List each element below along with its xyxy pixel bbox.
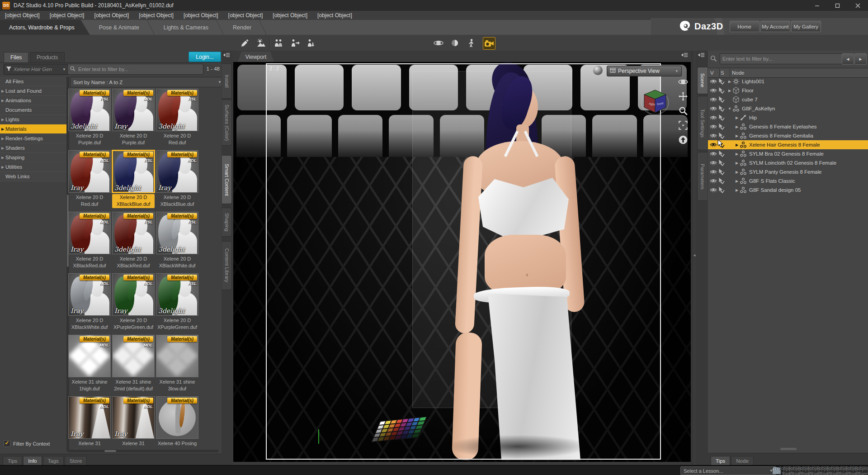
selectable-cursor-icon[interactable] (718, 160, 725, 166)
orbit-camera-icon[interactable] (678, 77, 688, 88)
sort-dropdown[interactable]: Sort by Name : A to Z ▼ (70, 77, 222, 87)
visibility-eye-icon[interactable] (710, 142, 717, 147)
viewport-tab[interactable]: Viewport (238, 52, 274, 62)
viewport-canvas[interactable]: 2 : 2 Perspective View ▼ right front (233, 62, 691, 462)
expand-arrow-icon[interactable]: ▶ (0, 156, 5, 160)
dock-tab[interactable]: Scene (697, 67, 708, 94)
activity-tab[interactable]: Pose & Animate (90, 20, 155, 35)
menu-item[interactable]: [object Object] (89, 12, 134, 19)
expand-arrow-icon[interactable]: ▶ (734, 134, 740, 138)
expand-arrow-icon[interactable]: ▶ (727, 89, 732, 93)
material-thumbnail[interactable]: Material(s) MDL Iray Xelene 20 D XBlackW… (68, 273, 111, 335)
activity-tab[interactable]: Render (224, 20, 267, 35)
material-thumbnail[interactable]: Material(s) MDL Iray Xelene 20 D XBlackR… (68, 212, 111, 273)
category-item[interactable]: ▶ Materials (0, 124, 66, 134)
info-tab[interactable]: Tags (43, 456, 64, 465)
category-item[interactable]: ▶ Shaping (0, 153, 66, 162)
expand-arrow-icon[interactable]: ▼ (727, 107, 732, 111)
scene-node-row[interactable]: ▼ G8F_AsKellyn (708, 104, 868, 113)
category-item[interactable]: ▶ Lights (0, 115, 66, 124)
scene-node-row[interactable]: ▶ Hip (708, 113, 868, 122)
info-tab[interactable]: Tips (711, 456, 730, 465)
selectable-cursor-icon[interactable] (718, 96, 725, 103)
visibility-eye-icon[interactable] (710, 88, 717, 93)
info-tab[interactable]: Node (731, 456, 754, 465)
selectable-cursor-icon[interactable] (718, 151, 725, 157)
menu-item[interactable]: [object Object] (179, 12, 223, 19)
scene-node-row[interactable]: ▶ Lights001 (708, 77, 868, 86)
scene-node-row[interactable]: ▶ SYLM Loincloth 02 Genesis 8 Female (708, 158, 868, 167)
expand-arrow-icon[interactable]: ▶ (0, 137, 5, 141)
expand-arrow-icon[interactable]: ▶ (734, 125, 740, 129)
content-source-tab[interactable]: Products (30, 52, 65, 62)
expand-arrow-icon[interactable]: ▶ (0, 146, 5, 150)
dock-tab[interactable]: Parameters (697, 152, 708, 201)
lesson-number-button[interactable]: [object Object] (859, 466, 868, 475)
scene-search-input[interactable] (720, 53, 844, 64)
material-thumbnail[interactable]: Material(s) RSL 3delight Xelene 20 D XBl… (112, 150, 155, 212)
material-thumbnail[interactable]: Material(s) MDL Xelene 31 shine 2mid (de… (112, 335, 155, 396)
visibility-eye-icon[interactable] (710, 160, 717, 166)
menu-item[interactable]: [object Object] (312, 12, 357, 19)
selectable-cursor-icon[interactable] (718, 124, 725, 130)
pane-menu-icon[interactable] (697, 52, 706, 59)
selectable-cursor-icon[interactable] (718, 114, 725, 121)
category-item[interactable]: Documents (0, 105, 66, 115)
visibility-eye-icon[interactable] (710, 115, 717, 120)
menu-item[interactable]: [object Object] (0, 12, 45, 19)
frame-selection-icon[interactable] (678, 120, 688, 132)
activity-tab[interactable]: Lights & Cameras (155, 20, 224, 35)
reset-view-icon[interactable] (678, 135, 688, 146)
selectable-cursor-icon[interactable] (718, 169, 725, 175)
minimize-icon[interactable] (807, 0, 827, 11)
dock-tab[interactable]: Smart Content (222, 155, 232, 204)
maximize-icon[interactable] (827, 0, 848, 11)
dock-tab[interactable]: Shaping (222, 208, 232, 237)
expand-arrow-icon[interactable]: ▶ (0, 165, 5, 169)
scene-node-row[interactable]: ▶ Genesis 8 Female Genitalia (708, 131, 868, 140)
expand-arrow-icon[interactable]: ▶ (734, 116, 740, 120)
expand-arrow-icon[interactable]: ▶ (734, 161, 740, 165)
scene-node-row[interactable]: ▶ G8F Sandal design 05 (708, 185, 868, 195)
person-transfer-icon[interactable] (289, 38, 300, 48)
category-item[interactable]: ▶ Shaders (0, 143, 66, 153)
category-item[interactable]: ▶ Utilities (0, 162, 66, 172)
expand-arrow-icon[interactable]: ▶ (734, 152, 740, 156)
visibility-eye-icon[interactable] (710, 187, 717, 193)
material-thumbnail[interactable]: Material(s) Xelene 40 Posing (156, 396, 198, 449)
pane-menu-icon[interactable] (680, 52, 689, 59)
material-thumbnail[interactable]: Material(s) RSL 3delight Xelene 20 D XPu… (156, 273, 198, 335)
pane-splitter-handle[interactable] (780, 448, 797, 450)
menu-item[interactable]: [object Object] (223, 12, 268, 19)
next-arrow-button[interactable]: ► (854, 53, 867, 65)
brand-button[interactable]: My Account (760, 21, 790, 32)
scene-node-row[interactable]: cube 7 (708, 95, 868, 104)
expand-arrow-icon[interactable]: ▶ (734, 143, 740, 147)
material-thumbnail[interactable]: Material(s) MDL Iray Xelene 31 transpare… (68, 396, 111, 449)
visibility-eye-icon[interactable] (710, 151, 717, 157)
material-thumbnail[interactable]: Material(s) MDL Iray Xelene 20 D Red.duf (68, 150, 111, 212)
category-item[interactable]: ▶ Render-Settings (0, 134, 66, 143)
expand-arrow-icon[interactable]: ▶ (0, 99, 5, 103)
filter-by-context-checkbox[interactable]: ✓ (4, 440, 10, 447)
expand-arrow-icon[interactable]: ▶ (0, 118, 5, 122)
orbit-sphere-icon[interactable] (433, 38, 444, 48)
close-icon[interactable] (848, 0, 868, 11)
material-thumbnail[interactable]: Material(s) RSL 3delight Xelene 20 D Pur… (68, 89, 111, 150)
brand-button[interactable]: Home (730, 21, 760, 32)
selectable-cursor-icon[interactable] (718, 178, 725, 184)
activity-tab[interactable]: Actors, Wardrobe & Props (0, 20, 90, 35)
info-tab[interactable]: Store (65, 456, 87, 465)
camera-ball-gizmo[interactable] (593, 66, 603, 75)
dock-tab[interactable]: Install (222, 63, 232, 99)
expand-arrow-icon[interactable]: ▶ (0, 89, 5, 93)
lesson-select-dropdown[interactable]: Select a Lesson... ▼ (680, 466, 776, 475)
material-thumbnail[interactable]: Material(s) MDL Iray Xelene 20 D XBlackB… (156, 150, 198, 212)
material-thumbnail[interactable]: Material(s) RSL 3delight Xelene 20 D XBl… (112, 212, 155, 273)
selectable-cursor-icon[interactable] (718, 187, 725, 193)
category-item[interactable]: ▶ Lost and Found (0, 86, 66, 96)
visibility-eye-icon[interactable] (710, 97, 717, 102)
visibility-eye-icon[interactable] (710, 178, 717, 184)
material-thumbnail[interactable]: Material(s) MDL Xelene 31 shine 1high.du… (68, 335, 111, 396)
active-camera-icon[interactable] (483, 37, 495, 50)
